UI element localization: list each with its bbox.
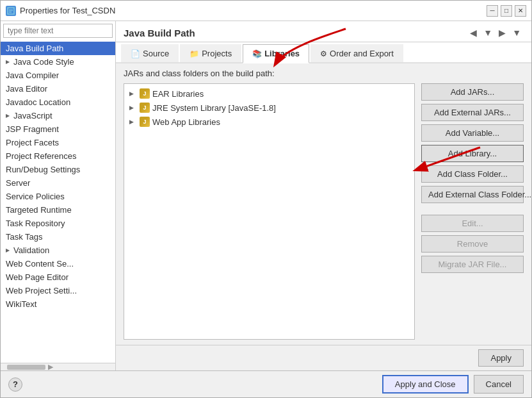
libraries-tab-icon: 📚	[252, 49, 262, 58]
library-area: ▶JEAR Libraries▶JJRE System Library [Jav…	[124, 83, 524, 340]
lib-btn-edit...: Edit...	[421, 215, 524, 232]
apply-close-button[interactable]: Apply and Close	[382, 375, 469, 394]
sidebar-item-wikitext[interactable]: WikiText	[1, 297, 115, 311]
sidebar-hscroll-thumb	[7, 365, 45, 370]
tree-item-icon-1: J	[140, 103, 150, 113]
svg-rect-0	[8, 8, 14, 14]
panel-header: Java Build Path ◀ ▼ ▶ ▼	[116, 21, 531, 42]
sidebar-item-projectfacets[interactable]: Project Facets	[1, 136, 115, 149]
sidebar-item-javacompiler[interactable]: Java Compiler	[1, 69, 115, 82]
tree-item-2[interactable]: ▶JWeb App Libraries	[124, 115, 414, 129]
sidebar-item-webpageeditor[interactable]: Web Page Editor	[1, 270, 115, 284]
sidebar-item-javabuildpath[interactable]: Java Build Path	[1, 42, 115, 55]
tab-projects[interactable]: 📁Projects	[180, 44, 241, 62]
window-title: Properties for Test_CSDN	[20, 6, 115, 15]
tab-label-libraries: Libraries	[264, 49, 300, 58]
order and export-tab-icon: ⚙	[320, 49, 327, 58]
sidebar-item-run/debugsettings[interactable]: Run/Debug Settings	[1, 163, 115, 176]
sidebar-item-webprojectsetti...[interactable]: Web Project Setti...	[1, 284, 115, 297]
tabs-bar: 📄Source📁Projects📚Libraries⚙Order and Exp…	[116, 42, 531, 63]
tree-item-label-0: EAR Libraries	[152, 89, 204, 99]
source-tab-icon: 📄	[131, 49, 140, 58]
sidebar-item-server[interactable]: Server	[1, 176, 115, 190]
tree-arrow-2: ▶	[129, 119, 137, 125]
sidebar-item-validation[interactable]: Validation	[1, 244, 115, 257]
svg-rect-2	[9, 12, 12, 13]
window-controls: ─ □ ✕	[487, 5, 526, 17]
button-spacer-6	[421, 206, 524, 211]
right-panel: Java Build Path ◀ ▼ ▶ ▼ 📄Source📁Projects…	[116, 21, 531, 370]
tree-item-label-2: Web App Libraries	[152, 117, 220, 127]
title-bar-left: Properties for Test_CSDN	[6, 6, 115, 16]
properties-window: Properties for Test_CSDN ─ □ ✕ Java Buil…	[0, 0, 532, 398]
tree-item-label-1: JRE System Library [JavaSE-1.8]	[152, 103, 276, 113]
filter-input[interactable]	[3, 24, 113, 38]
tab-label-source: Source	[143, 49, 169, 58]
sidebar: Java Build PathJava Code StyleJava Compi…	[1, 21, 116, 370]
title-bar: Properties for Test_CSDN ─ □ ✕	[1, 1, 531, 21]
tree-arrow-0: ▶	[129, 90, 137, 97]
nav-forward-button2[interactable]: ▶	[496, 26, 508, 39]
lib-btn-remove: Remove	[421, 235, 524, 253]
maximize-button[interactable]: □	[501, 5, 512, 17]
tree-item-0[interactable]: ▶JEAR Libraries	[124, 87, 414, 101]
help-button[interactable]: ?	[8, 377, 22, 392]
sidebar-item-tasktags[interactable]: Task Tags	[1, 230, 115, 244]
tab-order-and-export[interactable]: ⚙Order and Export	[310, 44, 403, 62]
main-content: Java Build PathJava Code StyleJava Compi…	[1, 21, 531, 370]
sidebar-item-servicepolicies[interactable]: Service Policies	[1, 190, 115, 203]
sidebar-item-javascript[interactable]: JavaScript	[1, 109, 115, 122]
nav-forward-button[interactable]: ▼	[481, 26, 495, 39]
nav-menu-button[interactable]: ▼	[510, 26, 524, 39]
panel-title: Java Build Path	[124, 28, 195, 38]
sidebar-item-taskrepository[interactable]: Task Repository	[1, 217, 115, 230]
lib-btn-migratejarfile...: Migrate JAR File...	[421, 256, 524, 273]
projects-tab-icon: 📁	[189, 49, 199, 58]
library-buttons: Add JARs...Add External JARs...Add Varia…	[421, 83, 524, 340]
sidebar-item-javadoclocation[interactable]: Javadoc Location	[1, 95, 115, 109]
tab-label-projects: Projects	[202, 49, 232, 58]
lib-btn-addexternalclassfolder...[interactable]: Add External Class Folder...	[421, 186, 524, 203]
footer-left: ?	[8, 377, 22, 392]
sidebar-item-webcontentse...[interactable]: Web Content Se...	[1, 257, 115, 270]
cancel-button[interactable]: Cancel	[474, 375, 524, 394]
sidebar-item-jspfragment[interactable]: JSP Fragment	[1, 122, 115, 136]
sidebar-item-targetedruntime[interactable]: Targeted Runtime	[1, 203, 115, 217]
lib-btn-addlibrary...[interactable]: Add Library...	[421, 145, 524, 162]
tab-source[interactable]: 📄Source	[121, 44, 179, 62]
tree-item-icon-0: J	[140, 88, 150, 99]
sidebar-item-javacodestyle[interactable]: Java Code Style	[1, 55, 115, 69]
lib-btn-addexternaljars...[interactable]: Add External JARs...	[421, 104, 524, 121]
sidebar-item-javaeditor[interactable]: Java Editor	[1, 82, 115, 95]
lib-btn-addvariable...[interactable]: Add Variable...	[421, 124, 524, 142]
svg-rect-1	[9, 10, 13, 11]
minimize-button[interactable]: ─	[487, 5, 498, 17]
tree-item-icon-2: J	[140, 117, 150, 127]
library-tree: ▶JEAR Libraries▶JJRE System Library [Jav…	[124, 83, 415, 340]
tree-arrow-1: ▶	[129, 104, 137, 111]
footer-bar: ? Apply and Close Cancel	[1, 370, 531, 397]
sidebar-scrollbar: ▶	[1, 363, 115, 370]
window-icon	[6, 6, 16, 16]
lib-btn-addjars...[interactable]: Add JARs...	[421, 83, 524, 101]
close-button[interactable]: ✕	[515, 5, 526, 17]
panel-nav-buttons: ◀ ▼ ▶ ▼	[467, 26, 524, 39]
tree-item-1[interactable]: ▶JJRE System Library [JavaSE-1.8]	[124, 101, 414, 115]
nav-back-button[interactable]: ◀	[467, 26, 480, 39]
body-description: JARs and class folders on the build path…	[124, 69, 524, 78]
panel-body: JARs and class folders on the build path…	[116, 63, 531, 345]
tab-label-order and export: Order and Export	[330, 49, 394, 58]
sidebar-item-projectreferences[interactable]: Project References	[1, 149, 115, 163]
bottom-bar: Apply	[116, 345, 531, 370]
sidebar-list: Java Build PathJava Code StyleJava Compi…	[1, 40, 115, 363]
footer-right: Apply and Close Cancel	[382, 375, 524, 394]
lib-btn-addclassfolder...[interactable]: Add Class Folder...	[421, 165, 524, 183]
tab-libraries[interactable]: 📚Libraries	[243, 44, 309, 63]
sidebar-scroll-arrow-right: ▶	[48, 363, 53, 370]
apply-button[interactable]: Apply	[478, 349, 524, 367]
